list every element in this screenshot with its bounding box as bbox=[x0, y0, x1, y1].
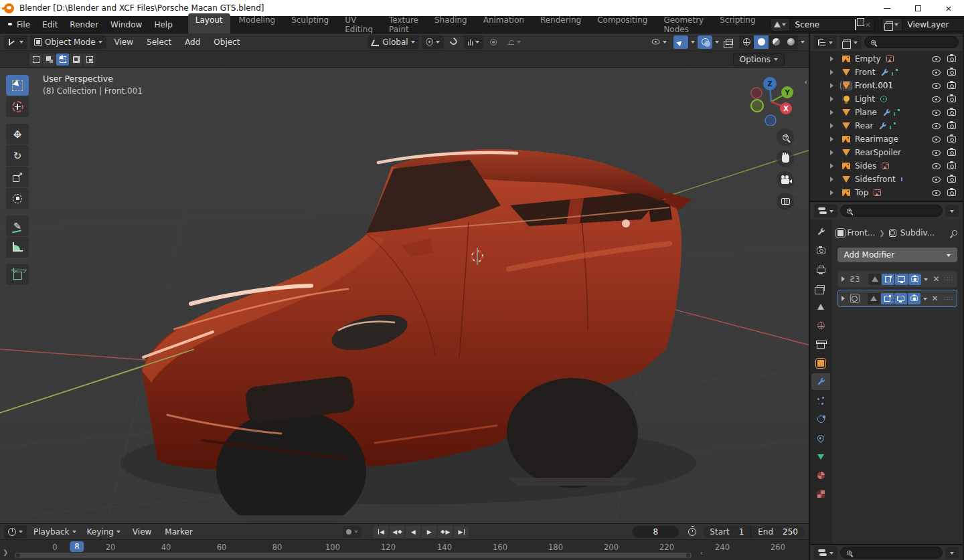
tab-animation[interactable]: Animation bbox=[476, 13, 532, 36]
modifier-row-mirror[interactable]: ✕ ∷∷ bbox=[837, 270, 958, 288]
tab-rendering[interactable]: Rendering bbox=[533, 13, 588, 36]
mode-dropdown[interactable]: Object Mode bbox=[30, 35, 106, 49]
expand-arrow-icon[interactable] bbox=[841, 296, 848, 301]
select-set-button[interactable] bbox=[29, 54, 42, 66]
tab-tool[interactable] bbox=[811, 223, 830, 240]
outliner-item-front001[interactable]: Front.001 bbox=[810, 79, 963, 92]
outliner-display-mode-dropdown[interactable] bbox=[839, 35, 862, 49]
show-gizmo-toggle[interactable] bbox=[673, 35, 688, 49]
play-button[interactable]: ▶ bbox=[422, 526, 436, 538]
show-overlays-toggle[interactable] bbox=[698, 35, 712, 49]
current-frame-field[interactable]: 8 bbox=[632, 526, 679, 538]
expand-arrow-icon[interactable] bbox=[830, 110, 836, 115]
transform-orientation-dropdown[interactable]: Global bbox=[368, 35, 418, 49]
outliner-item-rearimage[interactable]: Rearimage bbox=[810, 132, 963, 146]
properties-options-dropdown[interactable] bbox=[945, 205, 959, 217]
shading-wireframe-button[interactable] bbox=[739, 35, 754, 49]
play-reverse-button[interactable]: ◀ bbox=[406, 526, 420, 538]
realtime-toggle[interactable] bbox=[895, 274, 908, 285]
realtime-toggle[interactable] bbox=[894, 293, 907, 304]
drag-handle[interactable]: ∷∷ bbox=[945, 276, 953, 282]
timeline-collapse-arrow[interactable]: ‹ bbox=[700, 549, 703, 557]
falloff-dropdown[interactable] bbox=[503, 35, 525, 49]
pin-icon[interactable] bbox=[951, 229, 958, 236]
tab-shading[interactable]: Shading bbox=[427, 13, 475, 36]
minimize-button[interactable] bbox=[872, 0, 902, 16]
tab-texture-paint[interactable]: Texture Paint bbox=[382, 13, 426, 36]
show-hide-dropdown[interactable] bbox=[647, 35, 671, 49]
overlays-dropdown[interactable] bbox=[715, 41, 719, 45]
menu-add[interactable]: Add bbox=[179, 37, 206, 47]
properties-editor-type-button[interactable] bbox=[814, 204, 837, 217]
properties-search-input[interactable] bbox=[840, 205, 943, 217]
end-frame-field[interactable]: End250 bbox=[750, 526, 805, 538]
tab-constraints[interactable] bbox=[811, 430, 830, 446]
on-cage-toggle[interactable] bbox=[868, 274, 881, 285]
timeline-view-menu[interactable]: View bbox=[127, 527, 157, 537]
expand-arrow-icon[interactable] bbox=[830, 190, 836, 195]
menu-file[interactable]: File bbox=[11, 20, 36, 29]
options-button[interactable]: Options bbox=[733, 53, 785, 66]
hide-eye-toggle[interactable] bbox=[932, 163, 941, 169]
expand-arrow-icon[interactable] bbox=[830, 163, 836, 169]
render-camera-toggle[interactable] bbox=[947, 149, 956, 156]
expand-arrow-icon[interactable] bbox=[830, 70, 836, 75]
hide-eye-toggle[interactable] bbox=[932, 123, 941, 129]
outliner-editor-type-button[interactable] bbox=[814, 35, 837, 49]
scale-tool[interactable] bbox=[6, 167, 29, 187]
add-modifier-button[interactable]: Add Modifier bbox=[837, 248, 958, 262]
tab-object-data[interactable] bbox=[811, 448, 830, 465]
annotate-tool[interactable]: ✎ bbox=[6, 215, 29, 236]
tab-physics[interactable] bbox=[811, 411, 830, 428]
rotate-tool[interactable]: ↻ bbox=[6, 145, 29, 166]
modifier-extras-dropdown[interactable] bbox=[924, 278, 928, 283]
shading-solid-button[interactable] bbox=[754, 35, 769, 49]
delete-modifier-button[interactable]: ✕ bbox=[930, 294, 941, 303]
auto-keying-button[interactable] bbox=[343, 526, 362, 538]
tab-world[interactable] bbox=[811, 317, 830, 334]
tab-compositing[interactable]: Compositing bbox=[590, 13, 655, 36]
tab-collection[interactable] bbox=[811, 336, 830, 353]
tab-layout[interactable]: Layout bbox=[188, 13, 230, 36]
modifier-extras-dropdown[interactable] bbox=[923, 298, 927, 302]
render-camera-toggle[interactable] bbox=[947, 82, 956, 89]
render-camera-toggle[interactable] bbox=[947, 109, 956, 116]
edit-mode-toggle[interactable] bbox=[881, 293, 894, 304]
modifier-row-subdivision[interactable]: ✕ ∷∷ bbox=[837, 290, 958, 307]
shading-dropdown[interactable] bbox=[801, 41, 805, 45]
render-toggle[interactable] bbox=[908, 274, 921, 285]
navigation-gizmo[interactable]: Z Y X bbox=[746, 75, 797, 128]
on-cage-toggle[interactable] bbox=[868, 293, 880, 304]
cursor-tool[interactable] bbox=[6, 96, 29, 117]
expand-arrow-icon[interactable] bbox=[830, 56, 836, 62]
tab-scene[interactable] bbox=[811, 298, 830, 315]
menu-edit[interactable]: Edit bbox=[36, 20, 64, 29]
editor-type-button[interactable] bbox=[4, 35, 27, 49]
move-tool[interactable] bbox=[6, 124, 29, 145]
new-viewlayer-button[interactable] bbox=[961, 20, 964, 29]
add-cube-tool[interactable] bbox=[6, 264, 29, 285]
next-keyframe-button[interactable]: ◆▶ bbox=[438, 526, 453, 538]
search-input[interactable] bbox=[840, 547, 943, 559]
outliner-item-top[interactable]: Top bbox=[810, 186, 963, 199]
pivot-point-dropdown[interactable] bbox=[422, 35, 444, 49]
expand-arrow-icon[interactable] bbox=[830, 177, 836, 182]
viewport-canvas[interactable]: ↻ ✎ User Perspective (8) Collection | Fr… bbox=[0, 68, 809, 523]
gizmo-dropdown[interactable] bbox=[691, 41, 695, 45]
drag-handle[interactable]: ∷∷ bbox=[945, 295, 953, 302]
outliner-item-rearspoiler[interactable]: RearSpoiler bbox=[810, 146, 963, 159]
jump-to-end-button[interactable]: ▶ bbox=[454, 526, 469, 538]
zoom-button[interactable] bbox=[777, 128, 794, 146]
transform-tool[interactable] bbox=[6, 188, 29, 209]
render-toggle[interactable] bbox=[908, 293, 920, 304]
menu-object[interactable]: Object bbox=[208, 37, 245, 47]
expand-arrow-icon[interactable] bbox=[830, 96, 836, 102]
menu-help[interactable]: Help bbox=[148, 20, 178, 29]
hide-eye-toggle[interactable] bbox=[932, 136, 941, 143]
select-box-tool[interactable] bbox=[6, 75, 29, 96]
tab-render[interactable] bbox=[811, 242, 830, 259]
proportional-editing-toggle[interactable] bbox=[486, 35, 501, 49]
render-camera-toggle[interactable] bbox=[947, 96, 956, 102]
tab-object[interactable] bbox=[811, 355, 830, 371]
timeline-editor-type-button[interactable] bbox=[4, 525, 27, 539]
